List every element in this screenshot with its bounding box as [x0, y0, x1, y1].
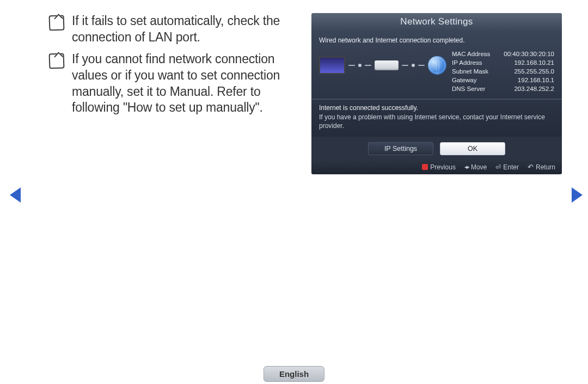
- globe-icon: [428, 56, 446, 75]
- link-dot-icon: [412, 64, 415, 67]
- note-text: If you cannot find network connection va…: [72, 51, 298, 117]
- footer-move[interactable]: ◂▸ Move: [464, 163, 487, 171]
- footer-enter[interactable]: ⏎ Enter: [495, 163, 519, 171]
- router-icon: [375, 60, 399, 70]
- gateway-label: Gateway: [452, 77, 476, 83]
- panel-buttons: IP Settings OK: [311, 137, 562, 161]
- network-details: MAC Address 00:40:30:30:20:10 IP Address…: [452, 50, 554, 93]
- link-dash: [365, 65, 371, 66]
- connection-diagram: [319, 50, 446, 75]
- connection-success-message: Internet is connected successfully.: [319, 104, 554, 112]
- dns-server-label: DNS Server: [452, 86, 485, 92]
- network-settings-panel: Network Settings Wired network and Inter…: [311, 13, 562, 174]
- link-dash: [402, 65, 408, 66]
- language-button[interactable]: English: [264, 366, 324, 382]
- move-arrows-icon: ◂▸: [464, 163, 469, 170]
- link-dot-icon: [358, 64, 362, 67]
- table-row: DNS Server 203.248.252.2: [452, 84, 554, 93]
- gateway-value: 192.168.10.1: [518, 77, 554, 83]
- connection-status-top: Wired network and Internet connection co…: [319, 36, 554, 44]
- note-text: If it fails to set automatically, check …: [72, 13, 298, 46]
- table-row: Subnet Mask 255.255.255.0: [452, 67, 554, 76]
- footer-previous[interactable]: Previous: [422, 163, 456, 171]
- tv-icon: [319, 57, 345, 74]
- table-row: MAC Address 00:40:30:30:20:10: [452, 50, 554, 58]
- subnet-mask-value: 255.255.255.0: [514, 68, 554, 75]
- ip-address-label: IP Address: [452, 59, 482, 66]
- return-icon: ↶: [528, 163, 534, 171]
- footer-previous-label: Previous: [430, 163, 456, 171]
- previous-page-arrow[interactable]: [10, 187, 21, 203]
- footer-move-label: Move: [471, 163, 487, 171]
- ip-address-value: 192.168.10.21: [514, 59, 554, 66]
- notes-column: If it fails to set automatically, check …: [49, 13, 298, 174]
- main-content: If it fails to set automatically, check …: [0, 0, 588, 174]
- subnet-mask-label: Subnet Mask: [452, 68, 488, 75]
- link-dash: [348, 65, 355, 66]
- divider: [311, 99, 562, 100]
- footer-enter-label: Enter: [503, 163, 519, 171]
- ok-button[interactable]: OK: [440, 142, 505, 155]
- mac-address-value: 00:40:30:30:20:10: [504, 51, 554, 57]
- ip-settings-button[interactable]: IP Settings: [368, 142, 433, 155]
- panel-body: Wired network and Internet connection co…: [311, 31, 562, 137]
- diagram-row: MAC Address 00:40:30:30:20:10 IP Address…: [319, 50, 554, 93]
- table-row: Gateway 192.168.10.1: [452, 76, 554, 84]
- enter-icon: ⏎: [495, 163, 501, 171]
- footer-return[interactable]: ↶ Return: [528, 163, 555, 171]
- mac-address-label: MAC Address: [452, 51, 490, 57]
- dns-server-value: 203.248.252.2: [514, 86, 554, 92]
- note-item: If it fails to set automatically, check …: [49, 13, 298, 46]
- note-icon: [49, 53, 65, 69]
- panel-footer: Previous ◂▸ Move ⏎ Enter ↶ Return: [311, 161, 562, 174]
- note-icon: [49, 15, 65, 31]
- connection-help-message: If you have a problem with using Interne…: [319, 113, 554, 130]
- next-page-arrow[interactable]: [572, 187, 583, 203]
- link-dash: [418, 65, 425, 66]
- note-item: If you cannot find network connection va…: [49, 51, 298, 117]
- footer-return-label: Return: [536, 163, 555, 171]
- red-button-icon: [422, 164, 428, 170]
- table-row: IP Address 192.168.10.21: [452, 58, 554, 67]
- panel-title: Network Settings: [311, 13, 562, 31]
